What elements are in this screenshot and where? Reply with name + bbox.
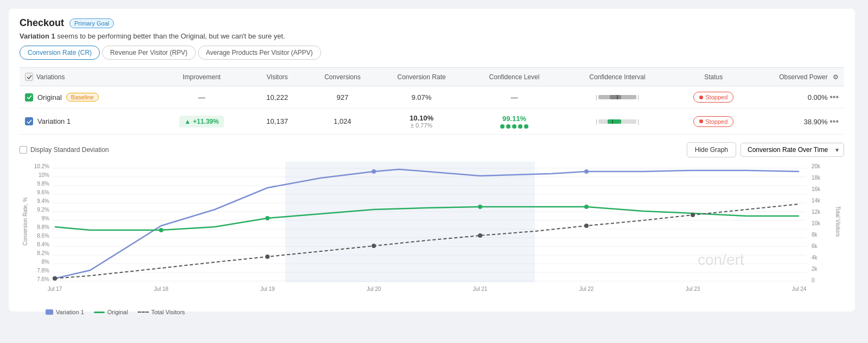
col-conversions: Conversions: [308, 68, 377, 86]
v1-dot3: [584, 169, 589, 174]
orig-dot3: [478, 205, 482, 209]
svg-text:8%: 8%: [42, 259, 50, 265]
watermark: con/ert: [698, 251, 744, 268]
cell-improvement-variation1: ▲ +11.39%: [157, 109, 246, 135]
subtitle-variation: Variation 1: [20, 32, 55, 40]
subtitle: Variation 1 seems to be performing bette…: [20, 32, 844, 40]
original-name: Original: [37, 93, 62, 101]
cell-ci-original: | |: [563, 86, 673, 109]
cell-ci-variation1: | |: [563, 109, 673, 135]
svg-text:7.6%: 7.6%: [37, 276, 49, 282]
svg-text:16k: 16k: [812, 186, 821, 192]
tv-dot4: [478, 233, 482, 238]
col-improvement: Improvement: [157, 68, 246, 86]
select-all-checkbox[interactable]: [25, 73, 33, 81]
legend-label-tv: Total Visitors: [151, 309, 185, 315]
svg-text:8.6%: 8.6%: [37, 233, 49, 239]
svg-text:Jul 18: Jul 18: [154, 286, 169, 292]
graph-controls: Display Standard Deviation Hide Graph Co…: [20, 142, 844, 157]
svg-text:18k: 18k: [812, 175, 821, 181]
subtitle-text: seems to be performing better than the O…: [55, 32, 285, 40]
tv-dot5: [584, 224, 589, 228]
graph-type-dropdown[interactable]: Conversion Rate Over Time: [741, 143, 844, 157]
cell-status-original: Stopped: [672, 86, 755, 109]
cell-name-original: Original Baseline: [20, 86, 157, 109]
cell-cl-variation1: 99.11%: [466, 109, 562, 135]
svg-text:Jul 21: Jul 21: [473, 286, 488, 292]
legend-label-variation1: Variation 1: [56, 309, 84, 315]
legend-total-visitors: Total Visitors: [138, 309, 185, 315]
std-dev-checkbox[interactable]: [20, 146, 27, 154]
chart-wrapper: 10.2% 10% 9.8% 9.6% 9.4% 9.2% 9% 8.8% 8.…: [20, 162, 844, 303]
cell-conversions-variation1: 1,024: [308, 109, 377, 135]
svg-text:Jul 23: Jul 23: [686, 286, 700, 292]
v1-dot2: [372, 169, 376, 174]
stopped-dot2: [699, 119, 703, 123]
stopped-dot: [699, 96, 703, 99]
cell-name-variation1: Variation 1: [20, 109, 157, 135]
std-dev-label: Display Standard Deviation: [30, 146, 109, 154]
baseline-badge: Baseline: [66, 93, 99, 101]
svg-text:8.2%: 8.2%: [37, 250, 49, 256]
svg-text:20k: 20k: [812, 163, 821, 169]
tab-appv[interactable]: Average Products Per Visitor (APPV): [198, 46, 321, 60]
cell-power-variation1: 38.90% •••: [755, 109, 844, 135]
cell-status-variation1: Stopped: [672, 109, 755, 135]
chart-svg: 10.2% 10% 9.8% 9.6% 9.4% 9.2% 9% 8.8% 8.…: [20, 162, 844, 303]
col-cl: Confidence Level: [466, 68, 562, 86]
shaded-region: [285, 162, 535, 282]
variation1-name: Variation 1: [37, 117, 71, 125]
tab-rpv[interactable]: Revenue Per Visitor (RPV): [102, 46, 196, 60]
svg-text:9.8%: 9.8%: [37, 181, 49, 187]
dot5: [524, 124, 528, 129]
col-variations-label: Variations: [36, 73, 65, 81]
svg-text:9.4%: 9.4%: [37, 198, 49, 204]
svg-text:Jul 20: Jul 20: [367, 286, 381, 292]
stopped-badge-variation1: Stopped: [693, 116, 733, 127]
improvement-badge: ▲ +11.39%: [179, 116, 225, 128]
svg-text:10.2%: 10.2%: [34, 163, 49, 169]
main-container: Checkout Primary Goal Variation 1 seems …: [9, 9, 855, 312]
cl-dots: [471, 124, 557, 129]
legend-box-variation1: [46, 309, 53, 315]
svg-text:14k: 14k: [812, 198, 821, 204]
svg-text:8.8%: 8.8%: [37, 224, 49, 230]
table-row: Variation 1 ▲ +11.39% 10,137 1,024 10.10…: [20, 109, 844, 135]
legend-label-original: Original: [107, 309, 128, 315]
row-menu-variation1[interactable]: •••: [829, 117, 839, 126]
svg-text:4k: 4k: [812, 255, 818, 261]
svg-text:9%: 9%: [42, 215, 50, 221]
dot4: [518, 124, 522, 129]
graph-dropdown-wrapper: Conversion Rate Over Time ▼: [741, 143, 844, 157]
page-title: Checkout: [20, 17, 64, 29]
hide-graph-button[interactable]: Hide Graph: [687, 142, 736, 157]
svg-text:0: 0: [812, 277, 815, 283]
header-row: Checkout Primary Goal: [20, 17, 844, 29]
svg-text:Jul 17: Jul 17: [48, 286, 62, 292]
svg-text:10k: 10k: [812, 220, 821, 226]
orig-dot1: [159, 228, 163, 232]
settings-icon[interactable]: ⚙: [833, 73, 839, 81]
cell-improvement-original: —: [157, 86, 246, 109]
chart-legend: Variation 1 Original Total Visitors: [20, 309, 844, 315]
col-power: Observed Power ⚙: [755, 68, 844, 86]
col-variations: Variations: [20, 68, 157, 86]
cell-cr-original: 9.07%: [377, 86, 467, 109]
svg-text:Conversion Rate, %: Conversion Rate, %: [22, 197, 28, 245]
tv-dot1: [53, 276, 57, 281]
arrow-up: ▲: [184, 118, 191, 125]
row-menu-original[interactable]: •••: [829, 92, 839, 102]
svg-text:9.6%: 9.6%: [37, 189, 49, 195]
original-checkbox[interactable]: [25, 93, 33, 101]
legend-line-original: [94, 312, 105, 313]
variation1-checkbox[interactable]: [25, 117, 33, 125]
table-header-row: Variations Improvement Visitors Conversi…: [20, 68, 844, 86]
tab-cr[interactable]: Conversion Rate (CR): [20, 46, 100, 60]
col-visitors: Visitors: [246, 68, 308, 86]
cr-main: 10.10%: [382, 114, 461, 122]
orig-dot2: [265, 216, 270, 220]
svg-text:Jul 19: Jul 19: [260, 286, 275, 292]
svg-text:12k: 12k: [812, 209, 821, 215]
cell-visitors-variation1: 10,137: [246, 109, 308, 135]
cr-sub: ± 0.77%: [382, 122, 461, 129]
